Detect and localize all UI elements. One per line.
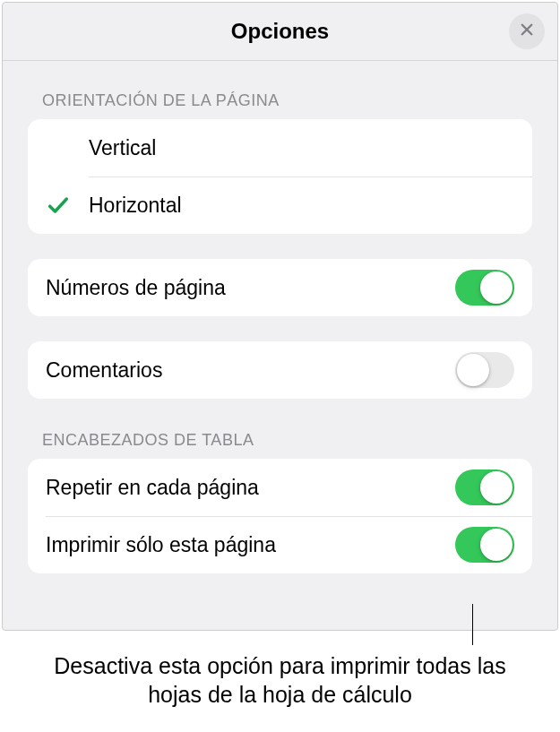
print-only-label: Imprimir sólo esta página — [46, 533, 455, 557]
panel-title: Opciones — [231, 19, 329, 44]
checkmark-horizontal — [44, 193, 73, 218]
callout-text: Desactiva esta opción para imprimir toda… — [0, 651, 560, 709]
page-numbers-group: Números de página — [28, 259, 532, 316]
orientation-vertical-label: Vertical — [89, 136, 514, 160]
repeat-row: Repetir en cada página — [28, 459, 532, 516]
close-button[interactable] — [509, 13, 545, 49]
orientation-vertical-row[interactable]: Vertical — [28, 119, 532, 177]
page-numbers-row: Números de página — [28, 259, 532, 316]
page-numbers-label: Números de página — [46, 276, 455, 300]
orientation-group: Vertical Horizontal — [28, 119, 532, 234]
orientation-horizontal-row[interactable]: Horizontal — [28, 177, 532, 234]
print-only-row: Imprimir sólo esta página — [28, 516, 532, 573]
repeat-label: Repetir en cada página — [46, 476, 455, 500]
comments-group: Comentarios — [28, 341, 532, 399]
repeat-toggle[interactable] — [455, 469, 514, 505]
orientation-section-header: ORIENTACIÓN DE LA PÁGINA — [28, 61, 532, 119]
table-headers-section-header: ENCABEZADOS DE TABLA — [28, 399, 532, 459]
panel-content: ORIENTACIÓN DE LA PÁGINA Vertical Horizo… — [3, 61, 557, 573]
panel-header: Opciones — [3, 3, 557, 61]
table-headers-group: Repetir en cada página Imprimir sólo est… — [28, 459, 532, 573]
comments-toggle[interactable] — [455, 352, 514, 388]
comments-label: Comentarios — [46, 358, 455, 383]
close-icon — [519, 22, 535, 41]
page-numbers-toggle[interactable] — [455, 270, 514, 306]
options-panel: Opciones ORIENTACIÓN DE LA PÁGINA Vertic… — [2, 2, 558, 631]
checkmark-icon — [46, 193, 71, 218]
print-only-toggle[interactable] — [455, 527, 514, 563]
orientation-horizontal-label: Horizontal — [89, 194, 514, 218]
callout-leader-line — [472, 604, 473, 645]
comments-row: Comentarios — [28, 341, 532, 399]
